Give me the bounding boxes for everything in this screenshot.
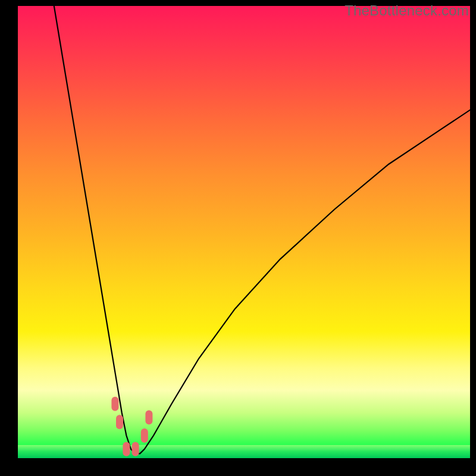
curve-marker [123, 442, 130, 456]
plot-area [18, 6, 470, 458]
curve-marker [141, 428, 148, 443]
curve-marker [111, 397, 118, 411]
curve-marker [145, 411, 152, 425]
watermark-text: TheBottleneck.com [345, 2, 469, 19]
curve-marker [116, 415, 123, 429]
curve-marker [132, 442, 139, 456]
bottleneck-curve [54, 6, 470, 453]
curve-layer [18, 6, 470, 458]
chart-frame: TheBottleneck.com [0, 0, 476, 476]
